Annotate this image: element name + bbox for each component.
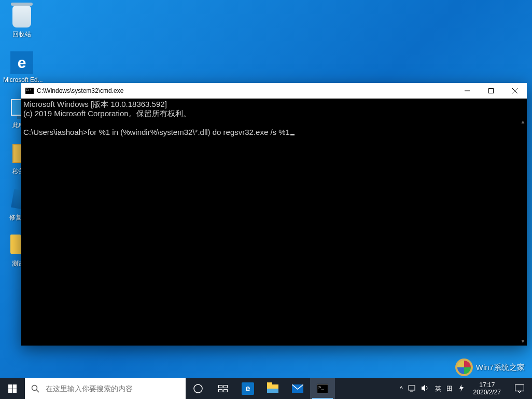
- taskbar-clock[interactable]: 17:17 2020/2/27: [470, 381, 504, 396]
- clock-date: 2020/2/27: [473, 389, 501, 396]
- icon-label: Microsoft Ed...: [3, 76, 40, 84]
- cmd-icon: [25, 88, 34, 94]
- system-tray: ^ 英 田 17:17 2020/2/27: [395, 378, 507, 399]
- icon-label: 回收站: [3, 30, 40, 39]
- cortana-button[interactable]: [186, 378, 211, 399]
- window-buttons: [455, 83, 527, 98]
- desktop: 回收站 e Microsoft Ed... 此电脑 秒关机 修复开始 测试12 …: [0, 0, 532, 399]
- start-button[interactable]: [0, 378, 25, 399]
- svg-point-6: [194, 384, 202, 393]
- svg-rect-1: [489, 88, 494, 93]
- desktop-icon-edge[interactable]: e Microsoft Ed...: [3, 50, 40, 84]
- command-text: for %1 in (%windir%\system32\*.dll) do r…: [88, 128, 290, 136]
- svg-line-5: [37, 390, 39, 393]
- file-explorer-icon: [267, 384, 278, 393]
- svg-rect-9: [219, 390, 222, 392]
- maximize-button[interactable]: [479, 83, 503, 98]
- svg-rect-8: [224, 386, 228, 388]
- clock-time: 17:17: [473, 381, 501, 389]
- cmd-window: C:\Windows\system32\cmd.exe Microsoft Wi…: [21, 83, 527, 346]
- windows-logo-icon: [8, 384, 17, 393]
- network-icon[interactable]: [408, 384, 416, 393]
- notification-icon: [515, 384, 524, 393]
- taskbar-apps: e >_: [186, 378, 335, 399]
- volume-icon[interactable]: [422, 384, 430, 393]
- search-input[interactable]: [46, 384, 186, 393]
- svg-rect-12: [409, 386, 415, 390]
- svg-rect-10: [224, 390, 228, 392]
- scrollbar[interactable]: ▲ ▼: [519, 99, 527, 346]
- minimize-button[interactable]: [455, 83, 479, 98]
- mail-icon: [292, 384, 303, 393]
- window-title: C:\Windows\system32\cmd.exe: [37, 87, 123, 94]
- svg-rect-7: [219, 386, 222, 388]
- desktop-icon-recycle-bin[interactable]: 回收站: [3, 4, 40, 39]
- task-view-button[interactable]: [211, 378, 235, 399]
- taskbar: e >_ ^ 英 田 17: [0, 378, 532, 399]
- watermark-text: Win7系统之家: [476, 363, 525, 373]
- title-bar[interactable]: C:\Windows\system32\cmd.exe: [21, 83, 527, 99]
- edge-icon: e: [9, 50, 34, 75]
- text-cursor: [290, 134, 295, 135]
- taskbar-search[interactable]: [25, 378, 186, 399]
- scroll-up-icon[interactable]: ▲: [519, 117, 527, 126]
- taskbar-app-edge[interactable]: e: [235, 378, 260, 399]
- taskbar-app-mail[interactable]: [285, 378, 310, 399]
- copyright-line: (c) 2019 Microsoft Corporation。保留所有权利。: [23, 109, 191, 118]
- battery-icon[interactable]: [458, 384, 465, 393]
- recycle-bin-icon: [9, 4, 34, 29]
- ime-lang[interactable]: 英: [435, 384, 441, 393]
- version-line: Microsoft Windows [版本 10.0.18363.592]: [23, 100, 167, 108]
- action-center-button[interactable]: [507, 378, 532, 399]
- search-icon: [25, 384, 46, 393]
- scroll-down-icon[interactable]: ▼: [519, 337, 527, 346]
- watermark: Win7系统之家: [455, 359, 525, 376]
- terminal-output[interactable]: Microsoft Windows [版本 10.0.18363.592] (c…: [21, 99, 527, 346]
- edge-icon: e: [242, 382, 254, 395]
- svg-rect-14: [515, 385, 524, 391]
- prompt-text: C:\Users\iashoah>: [23, 128, 88, 136]
- taskbar-app-explorer[interactable]: [260, 378, 285, 399]
- tray-chevron-up-icon[interactable]: ^: [400, 385, 403, 392]
- close-button[interactable]: [503, 83, 527, 98]
- windows-orb-icon: [455, 359, 473, 376]
- taskbar-app-cmd[interactable]: >_: [310, 378, 335, 399]
- cmd-icon: >_: [317, 384, 328, 393]
- ime-mode[interactable]: 田: [446, 384, 453, 393]
- svg-point-4: [32, 386, 37, 391]
